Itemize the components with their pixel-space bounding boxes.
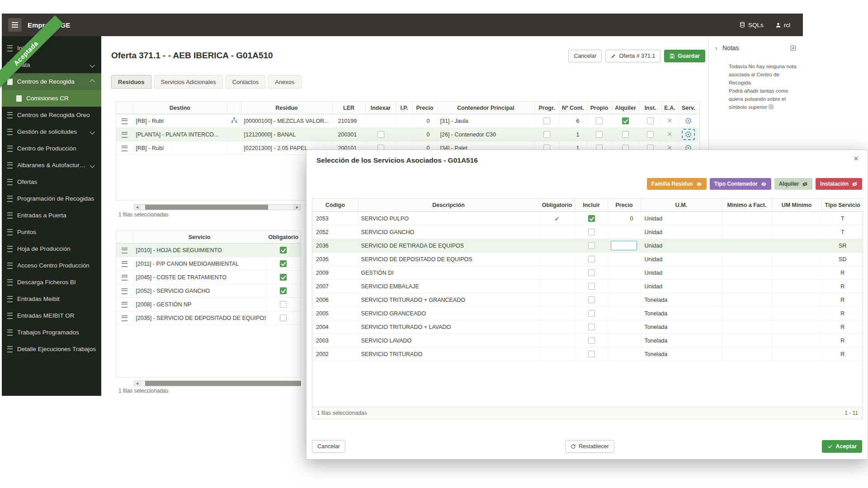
modal-reset-button[interactable]: Restablecer <box>565 440 614 453</box>
modal-service-row[interactable]: 2002 SERVICIO TRITURADO Tonelada R <box>312 347 863 361</box>
servicio-row[interactable]: [2045] - COSTE DE TRATAMIENTO <box>116 271 301 284</box>
servicio-row[interactable]: [2011] - P/P CANON MEDIOAMBIENTAL <box>116 257 301 271</box>
sidebar-item-gesti-n-de-solicitudes[interactable]: Gestión de solicitudes <box>2 123 101 140</box>
checkbox-unchecked[interactable] <box>596 131 603 138</box>
residuos-row[interactable]: [RB] - Rubí [00000100] - MEZCLAS VALOR..… <box>116 114 698 128</box>
checkbox-checked[interactable] <box>588 215 595 222</box>
column-header-destino[interactable]: Destino <box>133 102 227 114</box>
tab-anexos[interactable]: Anexos <box>268 75 301 89</box>
drag-handle-icon[interactable] <box>122 145 127 151</box>
scrollbar-track[interactable] <box>141 204 294 210</box>
hierarchy-icon[interactable] <box>231 117 237 123</box>
checkbox-unchecked[interactable] <box>647 117 654 124</box>
column-header-residuo[interactable]: Residuo <box>241 102 332 114</box>
modal-cancel-button[interactable]: Cancelar <box>312 440 345 453</box>
sqls-menu[interactable]: SQLs <box>739 22 764 28</box>
column-header-tipo-servicio[interactable]: Tipo Servicio <box>821 199 863 212</box>
column-header-precio[interactable]: Precio <box>608 199 641 212</box>
checkbox-unchecked[interactable] <box>588 256 595 263</box>
drag-handle-icon[interactable] <box>122 118 127 124</box>
checkbox-checked[interactable] <box>280 260 287 267</box>
sidebar-item-ofertas[interactable]: Ofertas <box>2 174 101 190</box>
modal-accept-button[interactable]: Aceptar <box>822 440 862 453</box>
sidebar-item-entradas-meibit[interactable]: Entradas Meibit <box>2 291 101 307</box>
scrollbar-thumb[interactable] <box>145 205 268 210</box>
drag-handle-icon[interactable] <box>122 132 127 138</box>
modal-service-row[interactable]: 2005 SERVICIO GRANCEADO Tonelada R <box>312 307 863 320</box>
modal-service-row[interactable]: 2003 SERVICIO LAVADO Tonelada R <box>312 334 863 347</box>
drag-handle-icon[interactable] <box>122 315 127 321</box>
column-header-indexar[interactable]: Indexar <box>365 102 396 114</box>
checkbox-unchecked[interactable] <box>588 310 595 317</box>
sidebar-item-detalle-ejecuciones-trabajos[interactable]: Detalle Ejecuciones Trabajos <box>2 341 101 357</box>
sidebar-item-centro-de-producci-n[interactable]: Centro de Producción <box>2 140 101 157</box>
column-header-blank[interactable] <box>116 231 133 244</box>
filter-instalaci-n-button[interactable]: Instalación <box>816 178 862 190</box>
services-gear-button[interactable] <box>683 116 694 126</box>
servicio-row[interactable]: [2035] - SERVICIO DE DEPOSITADO DE EQUIP… <box>116 311 301 325</box>
checkbox-unchecked[interactable] <box>588 242 595 249</box>
residuos-hscrollbar[interactable] <box>134 204 301 210</box>
scrollbar-thumb[interactable] <box>145 381 301 386</box>
servicio-row[interactable]: [2008] - GESTIÓN NP <box>116 298 301 311</box>
scroll-right-button[interactable] <box>294 204 301 210</box>
checkbox-unchecked[interactable] <box>543 117 550 124</box>
checkbox-checked[interactable] <box>280 287 287 294</box>
checkbox-checked[interactable] <box>280 247 287 253</box>
checkbox-checked[interactable] <box>280 274 287 281</box>
sidebar-item-centros-de-recogida[interactable]: Centros de Recogida <box>2 73 101 90</box>
column-header-minimo-a-fact[interactable]: Minimo a Fact. <box>722 199 772 212</box>
scroll-left-button[interactable] <box>134 204 141 210</box>
precio-cell[interactable] <box>608 334 641 347</box>
tab-servicios-adicionales[interactable]: Servicios Adicionales <box>154 75 223 89</box>
filter-familia-residuo-button[interactable]: Familia Residuo <box>647 178 707 190</box>
drag-handle-icon[interactable] <box>122 261 127 267</box>
checkbox-unchecked[interactable] <box>588 351 595 357</box>
user-menu[interactable]: rcl <box>775 22 790 28</box>
precio-cell[interactable]: 0 <box>608 212 641 225</box>
collapse-panel-button[interactable]: › <box>712 43 721 52</box>
sidebar-item-entradas-a-puerta[interactable]: Entradas a Puerta <box>2 207 101 224</box>
save-button[interactable]: Guardar <box>664 50 705 62</box>
drag-handle-icon[interactable] <box>122 302 127 308</box>
servicio-row[interactable]: [2052] - SERVICIO GANCHO <box>116 284 301 298</box>
oferta-button[interactable]: Oferta # 371.1 <box>605 50 660 62</box>
servicios-hscrollbar[interactable] <box>134 380 301 386</box>
column-header-blank[interactable] <box>227 102 241 114</box>
checkbox-unchecked[interactable] <box>377 131 384 138</box>
sidebar-item-acceso-centro-producci-n[interactable]: Acceso Centro Producción <box>2 257 101 274</box>
column-header-contenedor-principal[interactable]: Contenedor Principal <box>437 102 534 114</box>
modal-service-row[interactable]: 2006 SERVICIO TRITURADO + GRANCEADO Tone… <box>312 293 863 307</box>
column-header-obligatorio[interactable]: Obligatorio <box>539 199 575 212</box>
column-header-i-p[interactable]: I.P. <box>396 102 412 114</box>
modal-service-row[interactable]: 2007 SERVICIO EMBALAJE Unidad R <box>312 280 863 293</box>
column-header-incluir[interactable]: Incluir <box>575 199 608 212</box>
add-note-button[interactable] <box>790 45 796 51</box>
checkbox-unchecked[interactable] <box>622 131 629 138</box>
drag-handle-icon[interactable] <box>122 275 127 281</box>
precio-cell[interactable] <box>608 266 641 280</box>
no-edit-icon[interactable] <box>667 117 673 123</box>
checkbox-unchecked[interactable] <box>280 314 287 321</box>
precio-cell[interactable] <box>608 225 641 239</box>
sidebar-item-comisiones-cr[interactable]: Comisiones CR <box>2 90 101 107</box>
modal-service-row[interactable]: 2035 SERVICIO DE DEPOSITADO DE EQUIPOS U… <box>312 253 863 266</box>
servicio-row[interactable]: [2010] - HOJA DE SEGUIMIENTO <box>116 244 301 257</box>
column-header-propio[interactable]: Propio <box>587 102 612 114</box>
checkbox-checked[interactable] <box>622 117 629 124</box>
sidebar-item-puntos[interactable]: Puntos <box>2 224 101 240</box>
column-header-ler[interactable]: LER <box>332 102 365 114</box>
modal-service-row[interactable]: 2036 SERVICIO DE RETIRADA DE EQUIPOS Uni… <box>312 239 863 253</box>
checkbox-unchecked[interactable] <box>588 324 595 330</box>
checkbox-unchecked[interactable] <box>647 131 654 138</box>
precio-cell[interactable] <box>608 320 641 334</box>
sidebar-item-entradas-meibit-or[interactable]: Entradas MEIBIT OR <box>2 307 101 324</box>
column-header-descripci-n[interactable]: Descripción <box>358 199 539 212</box>
column-header-inst[interactable]: Inst. <box>639 102 661 114</box>
services-gear-button[interactable] <box>682 129 695 140</box>
filter-alquiler-button[interactable]: Alquiler <box>774 178 813 190</box>
sidebar-item-descarga-ficheros-bi[interactable]: Descarga Ficheros BI <box>2 274 101 291</box>
filter-tipo-contenedor-button[interactable]: Tipo Contenedor <box>710 178 771 190</box>
precio-input[interactable] <box>611 241 637 250</box>
gear-icon[interactable] <box>684 117 692 125</box>
